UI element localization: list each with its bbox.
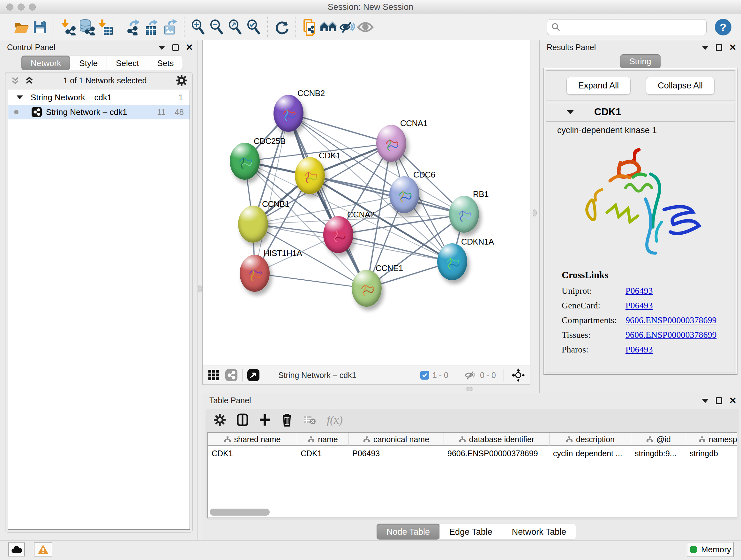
table-cell[interactable]: CDK1	[208, 447, 297, 460]
import-network-file-button[interactable]	[59, 17, 77, 37]
zoom-in-button[interactable]	[189, 17, 207, 37]
collapse-all-button[interactable]: Collapse All	[646, 77, 715, 95]
table-cell[interactable]: cyclin-dependent ...	[549, 447, 631, 460]
birdseye-view-icon[interactable]	[247, 369, 260, 381]
network-node-RB1[interactable]	[449, 196, 479, 233]
collapse-all-networks-icon[interactable]	[10, 76, 20, 85]
network-node-CCNB2[interactable]	[273, 95, 304, 132]
collapse-panel-icon[interactable]	[702, 46, 709, 50]
search-input[interactable]	[561, 21, 702, 34]
crosslink-value-link[interactable]: 9606.ENSP00000378699	[625, 315, 717, 325]
collection-disclosure-icon[interactable]	[17, 96, 23, 99]
add-column-icon[interactable]	[259, 414, 271, 426]
show-columns-icon[interactable]	[237, 414, 248, 426]
network-node-CCNA1[interactable]	[376, 125, 406, 162]
delete-column-trash-icon[interactable]	[281, 413, 292, 427]
gene-entry-header[interactable]: CDK1	[546, 103, 735, 122]
zoom-selected-button[interactable]	[245, 17, 263, 37]
export-table-button[interactable]	[142, 17, 161, 37]
export-image-button[interactable]	[161, 17, 179, 37]
memory-button[interactable]: Memory	[687, 542, 734, 557]
column-header-name[interactable]: name	[297, 433, 348, 446]
horizontal-scrollbar[interactable]	[209, 509, 736, 516]
open-session-button[interactable]	[12, 17, 30, 37]
node-label-CCNA1: CCNA1	[400, 118, 428, 128]
collapse-panel-icon[interactable]	[158, 46, 165, 50]
tab-network-table[interactable]: Network Table	[502, 523, 576, 540]
clone-network-button[interactable]	[300, 17, 319, 37]
help-button[interactable]: ?	[715, 19, 731, 36]
network-canvas[interactable]: CCNB2CCNA1CDC25BCDK1CDC6RB1CCNB1CCNA2CDK…	[202, 40, 530, 366]
zoom-fit-button[interactable]	[226, 17, 245, 37]
table-settings-gear-icon[interactable]	[214, 414, 226, 426]
hide-selected-button[interactable]	[338, 17, 356, 37]
right-splitter-handle[interactable]	[533, 209, 537, 216]
crosslink-value-link[interactable]: P06493	[625, 286, 653, 296]
column-header-namespace[interactable]: namespace	[686, 433, 737, 446]
network-node-CDK1[interactable]	[295, 157, 325, 194]
crosslink-value-link[interactable]: P06493	[625, 345, 653, 355]
network-node-CCNA2[interactable]	[323, 216, 353, 253]
network-node-CCNB1[interactable]	[238, 206, 268, 243]
column-header-label: namespace	[709, 435, 737, 444]
function-builder-icon-disabled: f(x)	[327, 413, 343, 427]
column-header-description[interactable]: description	[549, 433, 631, 446]
tab-edge-table[interactable]: Edge Table	[440, 523, 502, 540]
table-cell[interactable]: stringdb:9...	[631, 447, 686, 460]
network-node-CDKN1A[interactable]	[437, 243, 467, 280]
table-row[interactable]: CDK1CDK1P064939606.ENSP00000378699cyclin…	[208, 447, 737, 460]
expand-all-networks-icon[interactable]	[24, 76, 34, 85]
apply-layout-button[interactable]	[273, 17, 291, 37]
grid-view-icon[interactable]	[208, 369, 220, 381]
table-cell[interactable]: P06493	[348, 447, 444, 460]
cloud-status-button[interactable]	[8, 543, 25, 557]
tab-style[interactable]: Style	[70, 56, 107, 70]
network-node-HIST1H1A[interactable]	[240, 255, 270, 292]
export-network-button[interactable]	[124, 17, 142, 37]
import-table-file-button[interactable]	[96, 17, 114, 37]
float-panel-icon[interactable]	[716, 44, 722, 51]
network-label: String Network – cdk1	[46, 107, 127, 117]
tab-sets[interactable]: Sets	[148, 56, 183, 70]
network-row-selected[interactable]: String Network – cdk1 11 48	[8, 105, 190, 119]
table-cell[interactable]: stringdb	[686, 447, 737, 460]
column-header-database-identifier[interactable]: database identifier	[444, 433, 549, 446]
column-header-shared-name[interactable]: shared name	[208, 433, 297, 446]
left-splitter-handle[interactable]	[198, 286, 202, 293]
float-panel-icon[interactable]	[172, 44, 179, 51]
gear-icon[interactable]	[176, 75, 187, 86]
close-panel-icon[interactable]: ✕	[729, 397, 737, 404]
entry-disclosure-icon[interactable]	[567, 110, 574, 114]
table-cell[interactable]: CDK1	[297, 447, 348, 460]
expand-all-button[interactable]: Expand All	[566, 77, 631, 95]
column-header-canonical-name[interactable]: canonical name	[348, 433, 444, 446]
close-panel-icon[interactable]: ✕	[186, 44, 193, 51]
close-panel-icon[interactable]: ✕	[729, 44, 737, 51]
import-network-database-button[interactable]	[77, 17, 96, 37]
zoom-out-button[interactable]	[207, 17, 226, 37]
show-all-button[interactable]	[356, 17, 375, 37]
network-node-CDC6[interactable]	[389, 176, 419, 213]
warnings-button[interactable]	[34, 543, 52, 557]
save-session-button[interactable]	[30, 17, 49, 37]
fit-content-crosshair-icon[interactable]	[512, 368, 525, 382]
first-neighbors-button[interactable]	[319, 17, 338, 37]
tab-network[interactable]: Network	[21, 56, 70, 70]
column-header--id[interactable]: @id	[631, 433, 686, 446]
string-view-icon[interactable]	[225, 369, 238, 381]
tab-select[interactable]: Select	[107, 56, 148, 70]
crosslink-value-link[interactable]: P06493	[625, 300, 653, 311]
crosslink-value-link[interactable]: 9606.ENSP00000378699	[625, 330, 717, 340]
collapse-panel-icon[interactable]	[702, 399, 709, 403]
network-node-CCNE1[interactable]	[352, 270, 382, 307]
tab-node-table[interactable]: Node Table	[377, 523, 440, 540]
selected-nodes-checkbox-icon[interactable]	[420, 371, 429, 380]
warning-icon	[37, 544, 49, 555]
table-cell[interactable]: 9606.ENSP00000378699	[444, 447, 549, 460]
network-collection-row[interactable]: String Network – cdk1 1	[8, 90, 190, 105]
network-node-CDC25B[interactable]	[230, 143, 260, 180]
scrollbar-thumb[interactable]	[210, 509, 270, 516]
bottom-splitter-handle[interactable]	[466, 387, 473, 391]
tab-string[interactable]: String	[620, 54, 661, 69]
float-panel-icon[interactable]	[716, 397, 722, 404]
